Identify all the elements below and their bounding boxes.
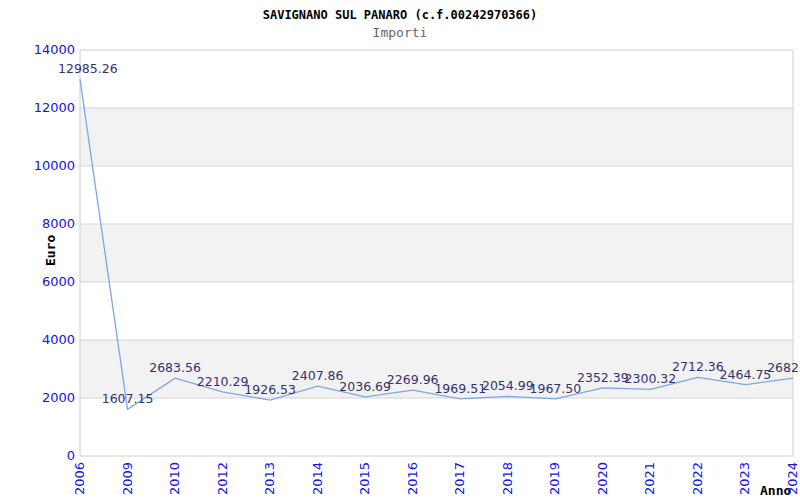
data-point-label: 1607.15 xyxy=(102,392,154,405)
plot-band xyxy=(80,108,793,166)
data-point-label: 2269.96 xyxy=(387,373,439,386)
x-axis-tick-label: 2018 xyxy=(501,462,515,495)
x-axis-tick-label: 2021 xyxy=(643,462,657,495)
data-point-label: 2682.50 xyxy=(767,361,800,374)
y-axis-tick-label: 0 xyxy=(0,448,75,464)
x-axis-tick-label: 2009 xyxy=(121,462,135,495)
x-axis-tick-label: 2019 xyxy=(548,462,562,495)
data-point-label: 1967.50 xyxy=(529,382,581,395)
x-axis-tick-label: 2013 xyxy=(263,462,277,495)
x-axis-tick-label: 2012 xyxy=(216,462,230,495)
y-axis-title: Euro xyxy=(43,235,58,266)
data-point-label: 12985.26 xyxy=(58,62,118,75)
data-point-label: 2683.56 xyxy=(149,361,201,374)
y-axis-tick-label: 4000 xyxy=(0,332,75,348)
x-axis-tick-label: 2020 xyxy=(596,462,610,495)
data-point-label: 2464.75 xyxy=(720,368,772,381)
data-point-label: 2712.36 xyxy=(672,360,724,373)
plot-band xyxy=(80,224,793,282)
y-axis-tick-label: 6000 xyxy=(0,274,75,290)
x-axis-tick-label: 2017 xyxy=(453,462,467,495)
data-point-label: 2210.29 xyxy=(197,375,249,388)
chart: SAVIGNANO SUL PANARO (c.f.00242970366) I… xyxy=(0,0,800,500)
data-point-label: 2036.69 xyxy=(339,380,391,393)
x-axis-tick-label: 2016 xyxy=(406,462,420,495)
x-axis-tick-label: 2015 xyxy=(358,462,372,495)
x-axis-tick-label: 2024 xyxy=(786,462,800,495)
data-point-label: 2054.99 xyxy=(482,379,534,392)
y-axis-tick-label: 2000 xyxy=(0,390,75,406)
data-point-label: 2300.32 xyxy=(625,372,677,385)
x-axis-tick-label: 2014 xyxy=(311,462,325,495)
x-axis-tick-label: 2010 xyxy=(168,462,182,495)
x-axis-tick-label: 2022 xyxy=(691,462,705,495)
data-point-label: 1969.51 xyxy=(434,382,486,395)
x-axis-tick-label: 2006 xyxy=(73,462,87,495)
x-axis-tick-label: 2023 xyxy=(738,462,752,495)
y-axis-tick-label: 8000 xyxy=(0,216,75,232)
data-point-label: 1926.53 xyxy=(244,383,296,396)
y-axis-tick-label: 12000 xyxy=(0,100,75,116)
y-axis-tick-label: 10000 xyxy=(0,158,75,174)
data-point-label: 2352.39 xyxy=(577,371,629,384)
y-axis-tick-label: 14000 xyxy=(0,42,75,58)
data-point-label: 2407.86 xyxy=(292,369,344,382)
plot-area xyxy=(0,0,800,500)
